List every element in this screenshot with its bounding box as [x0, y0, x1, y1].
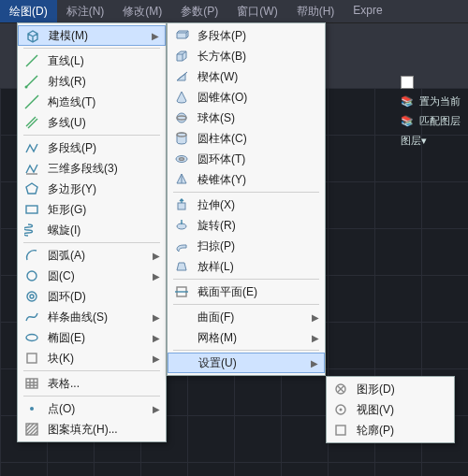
- settings-item[interactable]: 图形(D): [327, 379, 454, 399]
- menu-item-label: 多段线(P): [48, 140, 160, 156]
- draw-item[interactable]: 样条曲线(S)▶: [18, 307, 166, 327]
- modeling-item[interactable]: 旋转(R): [168, 215, 325, 236]
- menu-item-label: 表格...: [48, 376, 160, 392]
- svg-point-14: [176, 156, 187, 163]
- stack-icon: 📚: [401, 95, 414, 108]
- menu-item-label: 轮廓(P): [357, 423, 448, 439]
- loft-icon: [173, 258, 190, 275]
- modeling-item[interactable]: 曲面(F)▶: [168, 307, 325, 327]
- menu-item[interactable]: 帮助(H): [287, 0, 344, 22]
- modeling-item[interactable]: 拉伸(X): [168, 195, 325, 215]
- submenu-arrow-icon: ▶: [152, 31, 159, 41]
- menu-item-label: 棱锥体(Y): [197, 172, 319, 188]
- menu-item[interactable]: Expre: [344, 0, 391, 22]
- submenu-arrow-icon: ▶: [153, 333, 160, 343]
- extrude-icon: [173, 196, 190, 213]
- settings-item[interactable]: 轮廓(P): [327, 420, 454, 440]
- draw-item[interactable]: 构造线(T): [18, 92, 166, 112]
- modeling-item[interactable]: 棱锥体(Y): [168, 169, 325, 190]
- draw-item[interactable]: 椭圆(E)▶: [18, 327, 166, 348]
- arc-icon: [23, 247, 40, 264]
- draw-item[interactable]: 圆(C)▶: [18, 266, 166, 286]
- modeling-item[interactable]: 球体(S): [168, 108, 325, 128]
- modeling-item[interactable]: 圆环体(T): [168, 149, 325, 169]
- draw-item[interactable]: 圆弧(A)▶: [18, 245, 166, 266]
- svg-point-6: [26, 335, 37, 341]
- svg-rect-16: [178, 203, 185, 209]
- menu-item[interactable]: 绘图(D): [0, 0, 57, 22]
- menu-item[interactable]: 标注(N): [57, 0, 114, 22]
- modeling-item[interactable]: 放样(L): [168, 256, 325, 277]
- draw-item[interactable]: 圆环(D): [18, 286, 166, 307]
- separator: [173, 350, 319, 351]
- modeling-item[interactable]: 设置(U)▶: [168, 353, 325, 373]
- modeling-item[interactable]: 圆柱体(C): [168, 128, 325, 149]
- draw-item[interactable]: 射线(R): [18, 71, 166, 92]
- menu-item-label: 圆锥体(O): [197, 90, 319, 106]
- blank-icon: [173, 309, 190, 325]
- menu-item[interactable]: 窗口(W): [227, 0, 286, 22]
- svg-point-0: [25, 86, 28, 89]
- modeling-item[interactable]: 扫掠(P): [168, 236, 325, 256]
- draw-item[interactable]: 块(K)▶: [18, 348, 166, 368]
- draw-item[interactable]: 点(O)▶: [18, 398, 166, 419]
- draw-item[interactable]: 图案填充(H)...: [18, 419, 166, 440]
- draw-item[interactable]: 建模(M)▶: [18, 25, 166, 46]
- draw-item[interactable]: 多边形(Y): [18, 179, 166, 199]
- ellipse-icon: [23, 329, 40, 346]
- draw-item[interactable]: 直线(L): [18, 50, 166, 71]
- draw-item[interactable]: 多段线(P): [18, 137, 166, 158]
- match-layer-button[interactable]: 匹配图层: [419, 114, 461, 128]
- svg-rect-2: [26, 206, 37, 213]
- revolve-icon: [173, 217, 190, 234]
- menu-item-label: 多线(U): [48, 115, 160, 131]
- draw-item[interactable]: 三维多段线(3): [18, 158, 166, 179]
- cone-icon: [173, 89, 190, 106]
- menu-item-label: 截面平面(E): [197, 284, 319, 300]
- drawing-icon: [332, 381, 349, 397]
- menubar: 绘图(D)标注(N)修改(M)参数(P)窗口(W)帮助(H)Expre: [0, 0, 468, 22]
- menu-item-label: 多边形(Y): [48, 181, 160, 197]
- table-icon: [23, 375, 40, 392]
- settings-item[interactable]: 视图(V): [327, 399, 454, 420]
- menu-item-label: 点(O): [48, 401, 145, 417]
- modeling-item[interactable]: 网格(M)▶: [168, 327, 325, 348]
- submenu-arrow-icon: ▶: [312, 312, 319, 323]
- svg-point-11: [177, 113, 186, 123]
- menu-item[interactable]: 参数(P): [171, 0, 227, 22]
- menu-item-label: 曲面(F): [197, 310, 304, 325]
- draw-item[interactable]: 螺旋(I): [18, 220, 166, 240]
- submenu-arrow-icon: ▶: [153, 404, 160, 414]
- separator: [23, 396, 160, 397]
- menu-item-label: 旋转(R): [197, 218, 319, 234]
- draw-item[interactable]: 多线(U): [18, 112, 166, 133]
- modeling-item[interactable]: 多段体(P): [168, 25, 325, 46]
- hatch-icon: [23, 421, 40, 438]
- menu-item-label: 块(K): [48, 351, 145, 367]
- modeling-item[interactable]: 楔体(W): [168, 66, 325, 87]
- separator: [173, 279, 319, 280]
- pyramid-icon: [173, 171, 190, 188]
- blank-icon: [174, 354, 191, 371]
- box-icon: [173, 48, 190, 65]
- menu-item[interactable]: 修改(M): [113, 0, 171, 22]
- set-current-button[interactable]: 置为当前: [419, 94, 461, 108]
- draw-item[interactable]: 矩形(G): [18, 199, 166, 220]
- modeling-item[interactable]: 长方体(B): [168, 46, 325, 66]
- modeling-item[interactable]: 截面平面(E): [168, 281, 325, 302]
- menu-item-label: 圆柱体(C): [197, 131, 319, 147]
- menu-item-label: 矩形(G): [48, 202, 160, 218]
- menu-item-label: 椭圆(E): [48, 330, 145, 346]
- layer-dropdown[interactable]: 图层▾: [401, 134, 427, 148]
- draw-item[interactable]: 表格...: [18, 373, 166, 394]
- menu-item-label: 视图(V): [357, 402, 448, 418]
- svg-rect-22: [336, 426, 345, 435]
- mline-icon: [23, 114, 40, 131]
- separator: [23, 135, 160, 136]
- menu-item-label: 建模(M): [49, 28, 144, 44]
- polygon-icon: [23, 180, 40, 197]
- modeling-item[interactable]: 圆锥体(O): [168, 87, 325, 108]
- ray-icon: [23, 73, 40, 90]
- layer-swatch-icon: [401, 76, 414, 89]
- menu-item-label: 图案填充(H)...: [48, 422, 160, 438]
